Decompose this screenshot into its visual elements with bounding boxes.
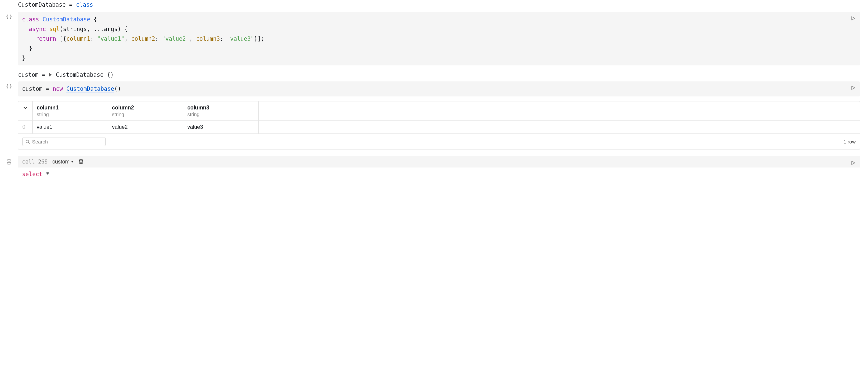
column-header[interactable]: column3 string xyxy=(183,102,259,121)
cell1-gutter xyxy=(0,12,18,20)
svg-point-5 xyxy=(79,160,83,161)
column-type: string xyxy=(112,111,179,117)
table-search[interactable] xyxy=(22,137,106,146)
output-classname: CustomDatabase xyxy=(56,72,103,78)
search-input[interactable] xyxy=(32,139,103,144)
column-type: string xyxy=(37,111,104,117)
class-reference-link[interactable]: CustomDatabase xyxy=(66,85,114,92)
row-index: 0 xyxy=(18,121,33,134)
method-name: sql xyxy=(49,26,60,32)
keyword-return: return xyxy=(36,35,56,42)
column-name: column2 xyxy=(112,105,179,111)
column-header-empty xyxy=(259,102,860,121)
svg-point-4 xyxy=(7,160,11,162)
table-cell: value2 xyxy=(108,121,183,134)
database-select[interactable]: custom xyxy=(52,159,74,165)
result-table: column1 string column2 string column3 st… xyxy=(18,101,860,150)
cell1-row: class CustomDatabase { async sql(strings… xyxy=(0,12,860,65)
sql-editor[interactable]: select * xyxy=(18,168,860,180)
table-footer: 1 row xyxy=(18,134,860,149)
cell2-gutter xyxy=(0,81,18,89)
search-icon xyxy=(25,139,30,144)
table-header-row: column1 string column2 string column3 st… xyxy=(18,102,860,121)
output-value: class xyxy=(76,1,93,8)
database-name: custom xyxy=(52,159,70,165)
sql-cell-row: cell 269 custom select * xyxy=(0,156,860,180)
play-icon xyxy=(850,160,856,166)
cell1-code-editor[interactable]: class CustomDatabase { async sql(strings… xyxy=(18,12,860,65)
output-variable: custom xyxy=(18,72,38,78)
column-header[interactable]: column1 string xyxy=(33,102,108,121)
play-icon xyxy=(850,16,856,21)
column-header[interactable]: column2 string xyxy=(108,102,183,121)
table-cell-empty xyxy=(259,121,860,134)
row-count-label: 1 row xyxy=(843,139,856,144)
table-cell: value3 xyxy=(183,121,259,134)
cell2-code-editor[interactable]: custom = new CustomDatabase() xyxy=(18,81,860,96)
keyword-select: select xyxy=(22,171,42,177)
output-variable: CustomDatabase xyxy=(18,1,66,8)
braces-icon xyxy=(6,14,12,20)
run-cell-button[interactable] xyxy=(849,15,857,22)
database-icon[interactable] xyxy=(78,159,84,165)
table-cell: value1 xyxy=(33,121,108,134)
run-cell-button[interactable] xyxy=(849,159,857,167)
table-row[interactable]: 0 value1 value2 value3 xyxy=(18,121,860,134)
keyword-class: class xyxy=(22,16,39,23)
keyword-new: new xyxy=(53,85,63,92)
class-name: CustomDatabase xyxy=(42,16,90,23)
sql-cell-gutter xyxy=(0,156,18,165)
run-cell-button[interactable] xyxy=(849,84,857,91)
column-type: string xyxy=(187,111,254,117)
cell2-output: custom = CustomDatabase {} xyxy=(0,65,860,81)
keyword-async: async xyxy=(29,26,46,32)
column-name: column1 xyxy=(37,105,104,111)
sql-cell-label: cell 269 xyxy=(22,159,48,165)
collapse-toggle[interactable] xyxy=(18,102,33,121)
play-icon xyxy=(850,85,856,90)
cell1-output: CustomDatabase = class xyxy=(0,0,860,12)
database-icon xyxy=(6,159,12,165)
svg-marker-6 xyxy=(852,161,855,165)
sql-toolbar: cell 269 custom xyxy=(18,156,860,168)
column-name: column3 xyxy=(187,105,254,111)
expand-icon[interactable] xyxy=(49,73,52,77)
svg-line-3 xyxy=(28,142,29,143)
chevron-down-icon xyxy=(22,105,28,111)
cell2-row: custom = new CustomDatabase() xyxy=(0,81,860,96)
caret-down-icon xyxy=(71,161,74,163)
svg-marker-1 xyxy=(852,86,855,90)
braces-icon xyxy=(6,83,12,89)
svg-marker-0 xyxy=(852,17,855,20)
